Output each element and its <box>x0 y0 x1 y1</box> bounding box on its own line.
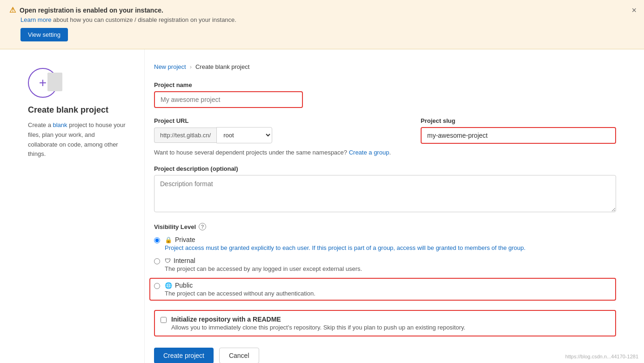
project-url-col: Project URL http://test.gitlab.cn/ root <box>154 117 402 145</box>
radio-public-desc: The project can be accessed without any … <box>165 290 315 297</box>
namespace-select[interactable]: root <box>216 127 272 143</box>
sidebar-description: Create a blank project to house your fil… <box>28 121 126 159</box>
radio-public-content: Public The project can be accessed witho… <box>165 282 315 297</box>
visibility-label: Visibility Level ? <box>154 223 616 230</box>
form-actions: Create project Cancel <box>154 348 616 363</box>
breadcrumb-current: Create blank project <box>195 63 249 70</box>
slug-input-wrapper <box>421 127 616 144</box>
radio-private-input[interactable] <box>154 237 160 243</box>
blank-link[interactable]: blank <box>53 121 67 128</box>
description-label: Project description (optional) <box>154 165 616 172</box>
radio-public-title: Public <box>165 282 315 289</box>
project-url-label: Project URL <box>154 117 402 124</box>
create-project-button[interactable]: Create project <box>154 348 214 363</box>
main-layout: + Create blank project Create a blank pr… <box>0 49 644 363</box>
plus-icon: + <box>39 75 47 90</box>
project-slug-input[interactable] <box>422 128 615 143</box>
learn-more-link[interactable]: Learn more <box>20 16 51 23</box>
project-name-section: Project name <box>154 81 616 108</box>
visibility-section: Visibility Level ? Private Project acces… <box>154 223 616 301</box>
registration-banner: ⚠ Open registration is enabled on your i… <box>0 0 644 49</box>
warning-icon: ⚠ <box>9 6 16 14</box>
radio-public: Public The project can be accessed witho… <box>149 278 616 301</box>
init-readme-checkbox[interactable] <box>161 317 167 323</box>
radio-private-desc: Project access must be granted explicitl… <box>165 244 525 251</box>
sidebar: + Create blank project Create a blank pr… <box>0 49 144 363</box>
globe-icon <box>165 282 172 289</box>
description-section: Project description (optional) <box>154 165 616 214</box>
lock-icon <box>165 236 172 243</box>
radio-internal-content: Internal The project can be accessed by … <box>165 257 362 272</box>
sidebar-icon: + <box>28 68 58 98</box>
project-name-label: Project name <box>154 81 616 88</box>
radio-internal: Internal The project can be accessed by … <box>154 257 616 272</box>
description-input[interactable] <box>154 175 616 212</box>
radio-internal-title: Internal <box>165 257 362 264</box>
view-setting-button[interactable]: View setting <box>20 28 68 41</box>
project-name-input[interactable] <box>154 91 303 108</box>
visibility-help-icon[interactable]: ? <box>199 223 206 230</box>
radio-internal-desc: The project can be accessed by any logge… <box>165 265 362 272</box>
url-prefix: http://test.gitlab.cn/ <box>154 128 216 143</box>
init-readme-content: Initialize repository with a README Allo… <box>171 316 465 331</box>
radio-private: Private Project access must be granted e… <box>154 236 616 251</box>
init-readme-section: Initialize repository with a README Allo… <box>154 310 616 336</box>
project-slug-col: Project slug <box>421 117 616 144</box>
init-readme-desc: Allows you to immediately clone this pro… <box>171 324 465 331</box>
cancel-button[interactable]: Cancel <box>219 348 259 363</box>
breadcrumb-separator: › <box>190 63 192 70</box>
project-slug-label: Project slug <box>421 117 616 124</box>
breadcrumb: New project › Create blank project <box>154 63 616 70</box>
banner-title: ⚠ Open registration is enabled on your i… <box>9 6 635 14</box>
banner-close-button[interactable]: × <box>631 6 637 15</box>
breadcrumb-parent[interactable]: New project <box>154 63 186 70</box>
banner-text: Learn more about how you can customize /… <box>20 16 635 23</box>
sidebar-title: Create blank project <box>28 105 126 115</box>
shield-icon <box>165 257 171 264</box>
url-hint: Want to house several dependent projects… <box>154 149 616 156</box>
project-url-row: http://test.gitlab.cn/ root <box>154 127 402 143</box>
radio-internal-input[interactable] <box>154 258 160 264</box>
radio-private-content: Private Project access must be granted e… <box>165 236 525 251</box>
create-group-link[interactable]: Create a group <box>349 149 389 156</box>
form-content: New project › Create blank project Proje… <box>144 49 644 363</box>
radio-public-input[interactable] <box>154 283 160 289</box>
watermark: https://blog.csdn.n...44170-1281 <box>565 354 638 359</box>
init-readme-title: Initialize repository with a README <box>171 316 465 323</box>
radio-private-title: Private <box>165 236 525 243</box>
url-slug-row: Project URL http://test.gitlab.cn/ root … <box>154 117 616 145</box>
